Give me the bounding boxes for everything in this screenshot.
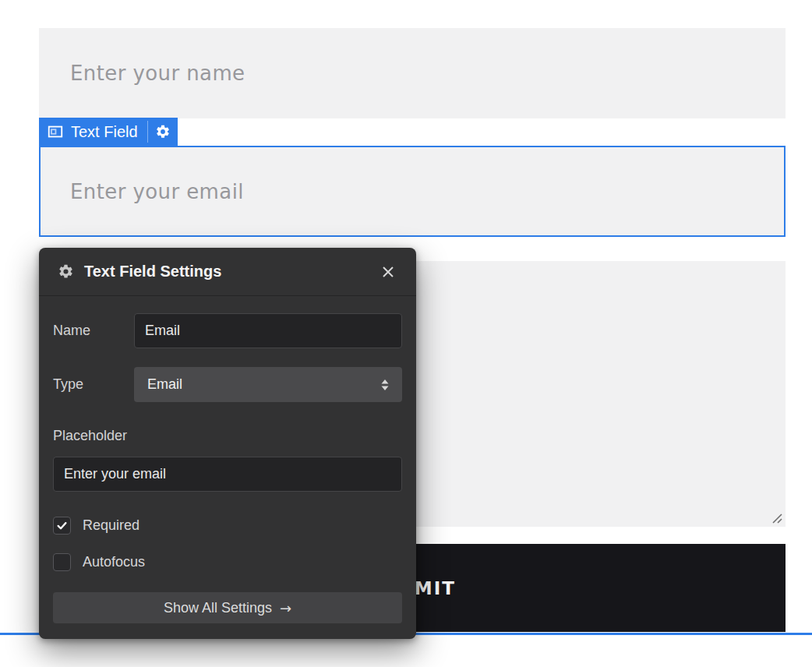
close-button[interactable] bbox=[377, 261, 399, 283]
element-badge-main[interactable]: Text Field bbox=[39, 118, 147, 146]
panel-title: Text Field Settings bbox=[84, 263, 377, 281]
autofocus-checkbox-row[interactable]: Autofocus bbox=[53, 552, 402, 571]
required-checkbox-label: Required bbox=[83, 517, 139, 534]
panel-header: Text Field Settings bbox=[39, 248, 416, 296]
show-all-settings-label: Show All Settings bbox=[164, 600, 272, 616]
gear-icon bbox=[58, 263, 74, 280]
checkmark-icon bbox=[56, 520, 68, 531]
arrow-right-icon: → bbox=[280, 600, 291, 616]
up-down-chevrons-icon bbox=[379, 378, 391, 392]
resize-corner-icon[interactable] bbox=[770, 511, 784, 525]
name-field-label: Name bbox=[53, 323, 134, 339]
show-all-settings-button[interactable]: Show All Settings → bbox=[53, 592, 402, 623]
element-settings-gear-button[interactable] bbox=[148, 118, 178, 146]
type-select[interactable]: Email bbox=[134, 367, 402, 402]
type-select-value: Email bbox=[147, 376, 379, 393]
placeholder-setting-input[interactable] bbox=[53, 457, 402, 492]
gear-icon bbox=[155, 124, 171, 139]
element-badge[interactable]: Text Field bbox=[39, 118, 178, 146]
required-checkbox[interactable] bbox=[53, 517, 71, 535]
placeholder-field-label: Placeholder bbox=[53, 428, 402, 444]
email-field-selection-outline bbox=[39, 146, 786, 237]
autofocus-checkbox-label: Autofocus bbox=[83, 554, 145, 570]
name-setting-input[interactable] bbox=[134, 313, 402, 348]
type-field-label: Type bbox=[53, 376, 134, 393]
required-checkbox-row[interactable]: Required bbox=[53, 516, 402, 535]
email-field[interactable] bbox=[41, 147, 784, 235]
text-field-settings-panel: Text Field Settings Name Type Email bbox=[39, 248, 416, 639]
autofocus-checkbox[interactable] bbox=[53, 553, 71, 571]
element-badge-label: Text Field bbox=[71, 123, 138, 141]
text-field-icon bbox=[47, 123, 64, 140]
name-field[interactable] bbox=[39, 28, 786, 118]
designer-canvas: Text Field SUBMIT bbox=[0, 0, 812, 667]
